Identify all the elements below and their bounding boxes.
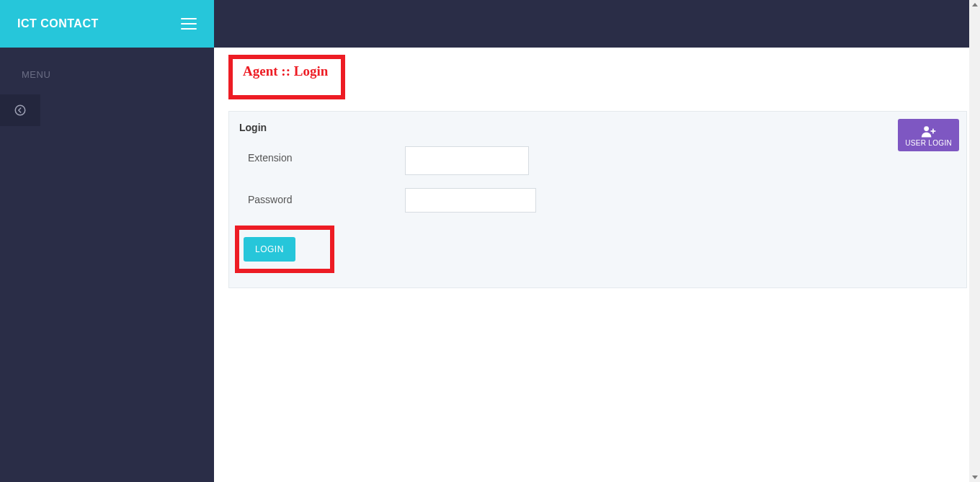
password-input[interactable] [405,188,536,213]
sidebar: ICT CONTACT MENU [0,0,214,482]
login-button-highlight: LOGIN [235,226,334,273]
password-label: Password [239,188,405,205]
scroll-down-icon [972,476,978,479]
circle-arrow-left-icon [14,104,27,117]
svg-point-1 [924,126,929,131]
main-area: Agent :: Login USER LOGIN Login Extens [214,0,980,482]
page-title-highlight: Agent :: Login [228,55,345,99]
svg-point-0 [15,105,25,115]
page-title: Agent :: Login [243,63,328,79]
svg-rect-3 [930,130,935,132]
password-row: Password [239,188,956,213]
menu-section-label: MENU [0,48,214,94]
brand-bar: ICT CONTACT [0,0,214,48]
extension-label: Extension [239,146,405,164]
login-button[interactable]: LOGIN [244,237,295,262]
panel-heading: Login [239,122,956,133]
app-root: ICT CONTACT MENU Agent :: Login [0,0,980,482]
vertical-scrollbar[interactable] [969,0,980,482]
topbar [214,0,980,48]
user-login-label: USER LOGIN [905,139,952,147]
extension-input[interactable] [405,146,529,175]
content: Agent :: Login USER LOGIN Login Extens [214,48,980,303]
brand-title: ICT CONTACT [17,17,99,30]
login-panel: USER LOGIN Login Extension Password LOGI… [228,111,967,288]
user-plus-icon [921,125,937,138]
panel-body: Login Extension Password LOGIN [229,112,966,287]
scroll-up-icon [972,3,978,6]
user-login-button[interactable]: USER LOGIN [898,119,959,151]
sidebar-item-back[interactable] [0,94,40,126]
extension-row: Extension [239,146,956,175]
hamburger-icon[interactable] [181,18,197,30]
